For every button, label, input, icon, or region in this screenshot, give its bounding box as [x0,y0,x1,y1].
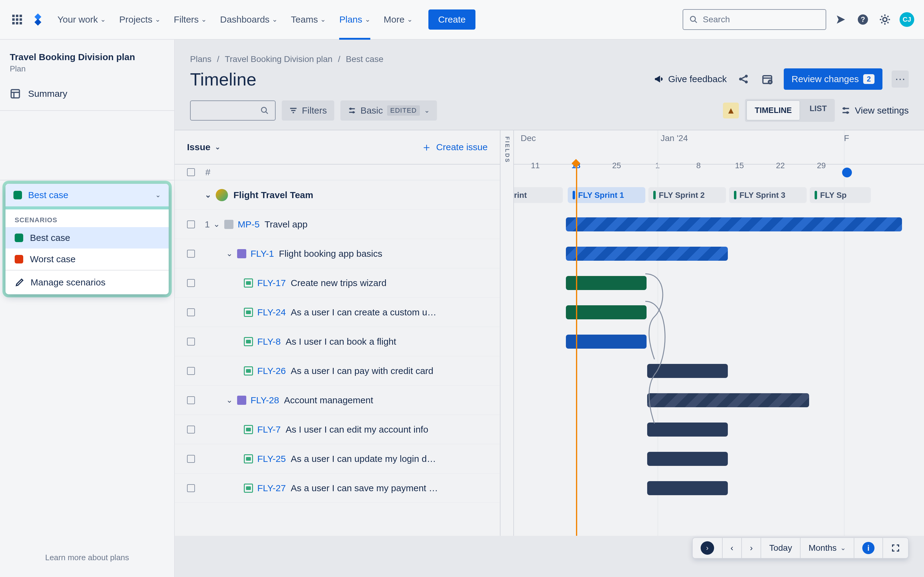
timeline-search[interactable] [190,100,276,121]
expand-caret-icon[interactable]: ⌄ [226,249,237,258]
breadcrumb-item[interactable]: Travel Booking Division plan [225,54,333,64]
issue-row[interactable]: FLY-27 As a user I can save my payment … [175,474,500,503]
issue-key[interactable]: FLY-24 [257,307,286,318]
help-icon[interactable]: ? [856,12,870,27]
nav-plans[interactable]: Plans⌄ [333,0,376,39]
issue-key[interactable]: FLY-26 [257,366,286,376]
fullscreen-button[interactable] [883,538,908,558]
review-changes-button[interactable]: Review changes 2 [784,68,882,90]
chevron-down-icon: ⌄ [365,16,370,24]
breadcrumb-item[interactable]: Plans [190,54,212,64]
row-checkbox[interactable] [187,338,195,346]
issue-row[interactable]: FLY-24 As a user I can create a custom u… [175,298,500,327]
sprint-pill[interactable]: FLY Sprint 3 [729,187,807,203]
issue-key[interactable]: FLY-28 [250,395,279,405]
expand-caret-icon[interactable]: ⌄ [226,395,237,405]
sidebar-summary[interactable]: Summary [10,83,165,105]
global-search[interactable]: Search [683,9,826,30]
scroll-prev-button[interactable]: ‹ [723,538,742,558]
nav-filters[interactable]: Filters⌄ [168,0,213,39]
zoom-unit-select[interactable]: Months⌄ [801,538,855,558]
info-button[interactable]: i [855,538,883,558]
breadcrumb-item[interactable]: Best case [346,54,383,64]
row-checkbox[interactable] [187,425,195,434]
sprint-pill[interactable]: t sprint [514,187,563,203]
nav-dashboards[interactable]: Dashboards⌄ [214,0,284,39]
issue-row[interactable]: ⌄ FLY-28 Account management [175,385,500,415]
row-checkbox[interactable] [187,367,195,375]
issue-key[interactable]: FLY-7 [257,424,281,435]
give-feedback-button[interactable]: Give feedback [654,74,727,84]
manage-scenarios-link[interactable]: Manage scenarios [5,271,169,294]
row-checkbox[interactable] [187,250,195,258]
view-switch[interactable]: TIMELINE LIST [745,99,835,122]
scroll-next-button[interactable]: › [742,538,761,558]
scroll-start-button[interactable]: › [693,538,723,558]
scenario-color-swatch [13,191,22,199]
today-button[interactable]: Today [761,538,801,558]
scenario-option-best[interactable]: Best case [5,227,169,248]
issue-row[interactable]: FLY-25 As a user I can update my login d… [175,444,500,474]
expand-caret-icon[interactable]: ⌄ [205,190,216,200]
nav-teams[interactable]: Teams⌄ [285,0,332,39]
filters-button[interactable]: Filters [282,100,334,121]
row-checkbox[interactable] [187,279,195,287]
gantt-bar[interactable] [647,452,728,466]
scenario-option-worst[interactable]: Worst case [5,248,169,270]
issue-row[interactable]: FLY-8 As I user I can book a flight [175,327,500,356]
issue-key[interactable]: FLY-17 [257,278,286,288]
auto-schedule-icon[interactable]: + [760,72,775,86]
view-switch-list[interactable]: LIST [801,99,835,122]
view-switch-timeline[interactable]: TIMELINE [747,101,800,120]
svg-text:+: + [769,79,771,84]
sprint-pill[interactable]: FLY Sp [810,187,871,203]
jira-logo-icon[interactable] [31,12,45,27]
nav-more[interactable]: More⌄ [378,0,418,39]
user-avatar[interactable]: CJ [900,12,914,27]
gantt-bar[interactable] [647,481,728,495]
row-checkbox[interactable] [187,221,195,228]
gantt-bar[interactable] [566,218,902,231]
sprint-pill[interactable]: FLY Sprint 2 [648,187,726,203]
fields-rail[interactable]: FIELDS [501,131,514,536]
select-all-checkbox[interactable] [187,168,195,176]
nav-your-work[interactable]: Your work⌄ [51,0,112,39]
notifications-icon[interactable] [834,12,848,27]
warning-icon[interactable]: ▲ [723,103,739,118]
issue-key[interactable]: FLY-1 [250,248,274,259]
team-row[interactable]: ⌄ Flight Travel Team [175,181,500,210]
issue-key[interactable]: FLY-25 [257,454,286,464]
row-checkbox[interactable] [187,455,195,463]
scenario-selected-label: Best case [28,190,68,200]
issue-row[interactable]: 1 ⌄ MP-5 Travel app [175,210,500,239]
issue-row[interactable]: FLY-7 As I user I can edit my account in… [175,415,500,444]
issue-key[interactable]: FLY-27 [257,483,286,493]
view-settings-button[interactable]: View settings [841,105,909,116]
issue-column-header[interactable]: Issue [187,142,210,152]
issue-key[interactable]: FLY-8 [257,337,281,347]
issue-row[interactable]: FLY-26 As a user I can pay with credit c… [175,356,500,385]
scenario-toggle[interactable]: Best case ⌄ [5,184,169,210]
row-checkbox[interactable] [187,484,195,492]
expand-caret-icon[interactable]: ⌄ [213,219,224,229]
learn-more-link[interactable]: Learn more about plans [0,553,174,562]
settings-icon[interactable] [877,12,892,27]
row-checkbox[interactable] [187,396,195,404]
nav-projects[interactable]: Projects⌄ [113,0,166,39]
more-actions-button[interactable]: ⋯ [892,71,909,88]
view-mode-basic[interactable]: Basic EDITED ⌄ [340,100,437,121]
gantt-bar[interactable] [566,247,728,261]
milestone-icon[interactable] [842,168,852,177]
share-icon[interactable] [736,72,751,86]
chevron-down-icon: ⌄ [424,106,430,114]
issue-row[interactable]: FLY-17 Create new trips wizard [175,268,500,298]
svg-line-18 [266,111,268,114]
row-checkbox[interactable] [187,308,195,316]
app-switcher-icon[interactable] [10,12,24,27]
gantt-chart[interactable]: DecJan '24F 11182518152229 t sprintFLY S… [514,131,924,536]
create-button[interactable]: Create [428,10,475,30]
issue-key[interactable]: MP-5 [238,219,260,230]
sprint-pill[interactable]: FLY Sprint 1 [568,187,645,203]
issue-row[interactable]: ⌄ FLY-1 Flight booking app basics [175,239,500,268]
create-issue-button[interactable]: ＋ Create issue [421,142,488,152]
